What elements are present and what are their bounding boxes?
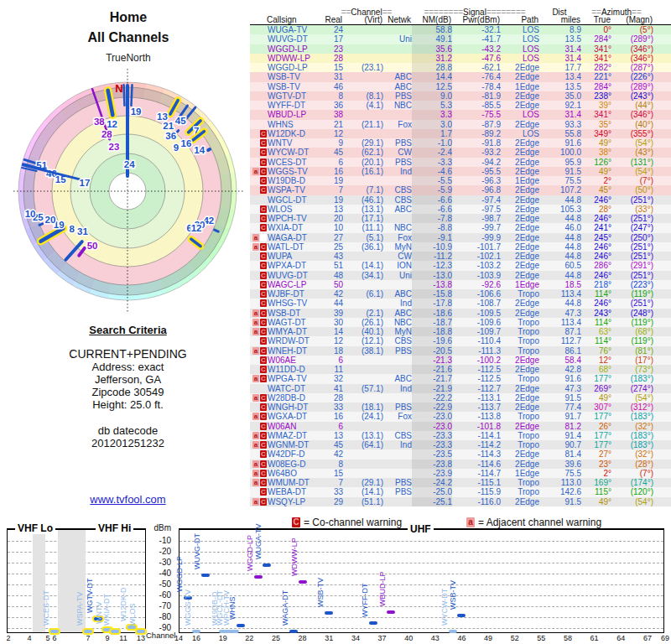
adjacent-warning-icon: a bbox=[252, 309, 259, 317]
cell-pwr: -113.8 bbox=[452, 412, 501, 421]
cell-nm: 14.4 bbox=[412, 72, 452, 81]
warning-icons: C bbox=[250, 280, 267, 289]
warning-icons: aC bbox=[250, 374, 267, 383]
cell-miles: 13.5 bbox=[539, 82, 581, 91]
tvfool-link[interactable]: www.tvfool.com bbox=[90, 493, 165, 506]
cell-real: 45 bbox=[323, 148, 343, 157]
cell-netwk: MyN bbox=[383, 242, 412, 252]
station-marker bbox=[237, 624, 245, 627]
warning-icons: C bbox=[250, 402, 267, 412]
cell-virt bbox=[343, 365, 383, 374]
cell-az-magn: (50°) bbox=[611, 185, 653, 195]
cell-virt bbox=[343, 54, 383, 63]
warning-icons: C bbox=[250, 148, 267, 157]
cell-virt: (46.1) bbox=[343, 195, 383, 205]
cell-miles: 81.2 bbox=[539, 422, 581, 431]
co-channel-warning-icon: C bbox=[260, 299, 267, 307]
adjacent-warning-icon: a bbox=[252, 432, 259, 439]
table-row: WUVG-DT17Uni49.1-41.7LOS13.5284°(289°) bbox=[250, 34, 671, 44]
cell-miles: 107.2 bbox=[539, 185, 581, 195]
x-tick-label: 4 bbox=[27, 634, 31, 642]
table-row: aCW28DB-D28-22.2-113.12Edge91.549°(54°) bbox=[250, 393, 671, 402]
cell-real: 6 bbox=[323, 422, 343, 431]
x-tick-label: 61 bbox=[590, 634, 599, 642]
table-row: CWCES-DT6(20.1)PBS-3.3-94.22Edge95.9126°… bbox=[250, 158, 671, 167]
table-row: CW12DK-D121.7-89.2LOS55.8349°(355°) bbox=[250, 129, 671, 138]
cell-nm: -8.8 bbox=[412, 223, 452, 232]
cell-netwk bbox=[383, 214, 412, 223]
co-channel-warning-icon: C bbox=[260, 423, 267, 430]
cell-virt: (4.1) bbox=[343, 101, 383, 110]
cell-nm: -21.6 bbox=[412, 365, 452, 374]
cell-callsign: WSB-TV bbox=[267, 72, 323, 81]
cell-callsign: W08EG-D bbox=[267, 460, 323, 469]
station-label: WAGA-DT bbox=[282, 590, 289, 626]
cell-az-true: 26° bbox=[581, 422, 611, 431]
x-tick-label: 43 bbox=[431, 634, 440, 642]
cell-az-true: 0° bbox=[581, 25, 611, 34]
cell-az-magn: (274°) bbox=[611, 384, 653, 393]
cell-path: Tropo bbox=[501, 487, 539, 496]
warning-icons: C bbox=[250, 271, 267, 280]
table-row: WDWW-LP2831.2-47.6LOS31.4341°(346°) bbox=[250, 54, 671, 63]
x-tick-label: 6 bbox=[52, 634, 56, 642]
x-tick-label: 37 bbox=[378, 634, 387, 642]
table-row: aCWSB-DT39(2.1)ABC-18.6-109.52Edge47.324… bbox=[250, 309, 671, 318]
cell-callsign: WPGA-TV bbox=[267, 374, 323, 383]
table-row: CWAGC-LP50-13.8-92.61Edge18.5218°(223°) bbox=[250, 280, 671, 289]
cell-nm: 49.1 bbox=[412, 34, 452, 44]
adjacent-warning-icon: a bbox=[252, 347, 259, 355]
cell-real: 13 bbox=[323, 205, 343, 214]
cell-nm: -3.3 bbox=[412, 158, 452, 167]
cell-nm: -7.8 bbox=[412, 214, 452, 223]
x-tick-label: 25 bbox=[272, 634, 280, 642]
cell-netwk bbox=[383, 280, 412, 289]
warning-icons bbox=[250, 101, 267, 110]
cell-real: 39 bbox=[323, 309, 343, 318]
cell-nm: -22.9 bbox=[412, 402, 452, 412]
cell-virt: (18.1) bbox=[343, 402, 383, 412]
warning-icons: a bbox=[250, 233, 267, 242]
warning-icons: C bbox=[250, 336, 267, 345]
cell-real: 19 bbox=[323, 195, 343, 205]
cell-netwk: ABC bbox=[383, 205, 412, 214]
cell-pwr: -113.7 bbox=[452, 402, 501, 412]
cell-virt: (17.1) bbox=[343, 214, 383, 223]
warning-icons bbox=[250, 195, 267, 205]
cell-netwk bbox=[383, 25, 412, 34]
cell-az-true: 341° bbox=[581, 54, 611, 63]
cell-real: 32 bbox=[323, 374, 343, 383]
cell-virt: (13.1) bbox=[343, 431, 383, 440]
cell-virt: (40.1) bbox=[343, 327, 383, 336]
cell-az-magn: (250°) bbox=[611, 233, 653, 242]
cell-az-magn: (44°) bbox=[611, 101, 653, 110]
table-row: CWXIA-DT10(11.1)NBC-8.8-99.72Edge46.0241… bbox=[250, 223, 671, 232]
radar-channel-label: 24 bbox=[124, 159, 135, 169]
co-channel-warning-icon: C bbox=[260, 328, 267, 335]
table-row: WUGA-TV2458.8-32.1LOS8.90°(5°) bbox=[250, 25, 671, 34]
cell-callsign: WGGS-TV bbox=[267, 167, 323, 176]
cell-virt: (13.1) bbox=[343, 205, 383, 214]
cell-real: 30 bbox=[323, 318, 343, 327]
cell-az-true: 27° bbox=[581, 449, 611, 459]
cell-netwk bbox=[383, 63, 412, 72]
station-marker bbox=[449, 630, 457, 633]
search-criteria-lines: CURRENT+PENDINGAddress: exactJefferson, … bbox=[25, 348, 231, 411]
cell-path: 1Edge bbox=[501, 469, 539, 478]
cell-real: 8 bbox=[323, 91, 343, 101]
column-header: Callsign bbox=[267, 16, 322, 24]
cell-nm: -15.8 bbox=[412, 289, 452, 299]
cell-real: 42 bbox=[323, 289, 343, 299]
cell-real: 21 bbox=[323, 120, 343, 129]
cell-nm: -4.6 bbox=[412, 167, 452, 176]
cell-az-magn: (5°) bbox=[611, 25, 653, 34]
station-marker bbox=[263, 564, 271, 567]
adjacent-warning-icon: a bbox=[252, 441, 259, 449]
cell-netwk: Uni bbox=[383, 34, 412, 44]
cell-nm: -6.6 bbox=[412, 205, 452, 214]
cell-az-true: 38° bbox=[581, 148, 611, 157]
cell-az-true: 341° bbox=[581, 44, 611, 54]
cell-az-magn: (251°) bbox=[611, 214, 653, 223]
cell-miles: 60.5 bbox=[539, 261, 581, 270]
cell-path: Tropo bbox=[501, 336, 539, 345]
